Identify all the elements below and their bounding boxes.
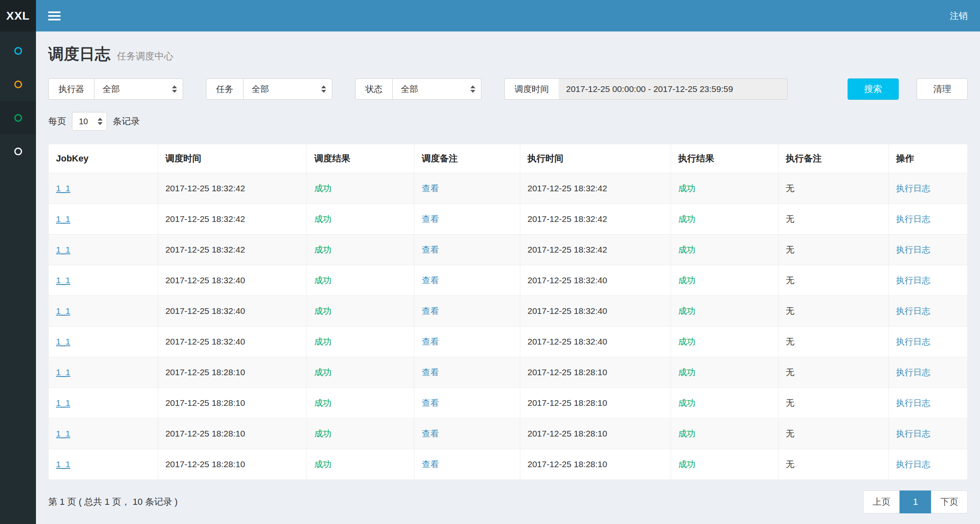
job-select-value: 全部 bbox=[252, 83, 269, 95]
trigger-time-cell: 2017-12-25 18:32:40 bbox=[158, 327, 307, 357]
sidebar-toggle-hamburger-icon[interactable] bbox=[48, 11, 60, 20]
exec-log-link[interactable]: 执行日志 bbox=[896, 367, 931, 377]
table-row: 1_1 2017-12-25 18:28:10 成功 查看 2017-12-25… bbox=[49, 388, 968, 419]
jobkey-cell: 1_1 bbox=[49, 296, 158, 327]
table-footer: 第 1 页 ( 总共 1 页， 10 条记录 ) 上页 1 下页 bbox=[48, 490, 968, 513]
jobkey-cell: 1_1 bbox=[49, 235, 158, 265]
jobkey-link[interactable]: 1_1 bbox=[56, 337, 70, 346]
trigger-time-cell: 2017-12-25 18:32:42 bbox=[158, 173, 307, 204]
trigger-msg-view-link[interactable]: 查看 bbox=[422, 245, 439, 254]
jobkey-link[interactable]: 1_1 bbox=[56, 429, 70, 438]
trigger-msg-view-link[interactable]: 查看 bbox=[422, 306, 439, 316]
trigger-time-cell: 2017-12-25 18:28:10 bbox=[158, 388, 307, 419]
jobkey-cell: 1_1 bbox=[49, 419, 158, 449]
job-manage-circle-icon bbox=[14, 81, 22, 88]
jobkey-link[interactable]: 1_1 bbox=[56, 398, 70, 408]
trigger-result-cell: 成功 bbox=[307, 204, 414, 235]
app-logo[interactable]: XXL bbox=[0, 0, 36, 31]
handle-result-cell: 成功 bbox=[671, 327, 778, 357]
handle-msg-cell: 无 bbox=[778, 235, 888, 265]
pagination-summary: 第 1 页 ( 总共 1 页， 10 条记录 ) bbox=[48, 496, 178, 508]
clear-button[interactable]: 清理 bbox=[917, 78, 968, 100]
handle-msg-cell: 无 bbox=[778, 265, 888, 296]
handle-msg-cell: 无 bbox=[778, 173, 888, 204]
trigger-msg-cell: 查看 bbox=[414, 449, 520, 480]
page-title: 调度日志 bbox=[48, 44, 110, 65]
trigger-msg-view-link[interactable]: 查看 bbox=[422, 398, 439, 408]
trigger-time-cell: 2017-12-25 18:32:42 bbox=[158, 204, 307, 235]
jobkey-link[interactable]: 1_1 bbox=[56, 275, 70, 285]
job-select[interactable]: 全部 bbox=[243, 78, 332, 100]
exec-log-link[interactable]: 执行日志 bbox=[896, 459, 931, 469]
page-size-suffix: 条记录 bbox=[113, 115, 140, 128]
logout-link[interactable]: 注销 bbox=[950, 10, 968, 22]
jobkey-link[interactable]: 1_1 bbox=[56, 184, 70, 193]
log-table: JobKey调度时间调度结果调度备注执行时间执行结果执行备注操作 1_1 201… bbox=[48, 144, 968, 480]
exec-log-link[interactable]: 执行日志 bbox=[896, 398, 931, 408]
column-header[interactable]: 执行备注 bbox=[778, 144, 888, 173]
trigger-msg-view-link[interactable]: 查看 bbox=[422, 214, 439, 224]
action-cell: 执行日志 bbox=[888, 296, 967, 327]
action-cell: 执行日志 bbox=[888, 449, 967, 480]
exec-log-link[interactable]: 执行日志 bbox=[896, 429, 931, 438]
column-header[interactable]: 调度结果 bbox=[307, 144, 414, 173]
sidebar-item-dashboard[interactable] bbox=[0, 34, 36, 67]
trigger-msg-cell: 查看 bbox=[414, 357, 520, 388]
log-table-head-row: JobKey调度时间调度结果调度备注执行时间执行结果执行备注操作 bbox=[49, 144, 968, 173]
exec-log-link[interactable]: 执行日志 bbox=[896, 306, 931, 316]
sidebar-item-job-manage[interactable] bbox=[0, 67, 36, 101]
next-page-button[interactable]: 下页 bbox=[931, 490, 968, 513]
status-select-value: 全部 bbox=[401, 83, 418, 95]
current-page-button[interactable]: 1 bbox=[899, 490, 931, 513]
trigger-time-cell: 2017-12-25 18:28:10 bbox=[158, 449, 307, 480]
jobkey-link[interactable]: 1_1 bbox=[56, 367, 70, 377]
column-header[interactable]: JobKey bbox=[49, 144, 158, 173]
main-layout: 调度日志 任务调度中心 执行器 全部 任务 全部 状态 bbox=[0, 31, 980, 524]
trigger-msg-view-link[interactable]: 查看 bbox=[422, 337, 439, 346]
action-cell: 执行日志 bbox=[888, 327, 967, 357]
jobkey-link[interactable]: 1_1 bbox=[56, 306, 70, 316]
trigger-msg-view-link[interactable]: 查看 bbox=[422, 429, 439, 438]
handle-result-cell: 成功 bbox=[671, 265, 778, 296]
sidebar bbox=[0, 31, 36, 524]
exec-log-link[interactable]: 执行日志 bbox=[896, 245, 931, 254]
trigger-msg-view-link[interactable]: 查看 bbox=[422, 459, 439, 469]
handle-result-cell: 成功 bbox=[671, 296, 778, 327]
trigger-msg-view-link[interactable]: 查看 bbox=[422, 184, 439, 193]
table-row: 1_1 2017-12-25 18:32:40 成功 查看 2017-12-25… bbox=[49, 296, 968, 327]
exec-log-link[interactable]: 执行日志 bbox=[896, 214, 931, 224]
sidebar-item-job-log[interactable] bbox=[0, 101, 36, 134]
trigger-msg-cell: 查看 bbox=[414, 173, 520, 204]
exec-log-link[interactable]: 执行日志 bbox=[896, 184, 931, 193]
column-header[interactable]: 操作 bbox=[888, 144, 967, 173]
trigger-result-cell: 成功 bbox=[307, 419, 414, 449]
handle-result-cell: 成功 bbox=[671, 204, 778, 235]
exec-log-link[interactable]: 执行日志 bbox=[896, 275, 931, 285]
trigger-msg-view-link[interactable]: 查看 bbox=[422, 367, 439, 377]
column-header[interactable]: 调度备注 bbox=[414, 144, 520, 173]
status-select[interactable]: 全部 bbox=[392, 78, 481, 100]
trigger-time-range-input[interactable] bbox=[559, 78, 788, 100]
search-button[interactable]: 搜索 bbox=[848, 78, 899, 100]
column-header[interactable]: 执行结果 bbox=[671, 144, 778, 173]
jobkey-link[interactable]: 1_1 bbox=[56, 245, 70, 254]
jobkey-link[interactable]: 1_1 bbox=[56, 459, 70, 469]
exec-log-link[interactable]: 执行日志 bbox=[896, 337, 931, 346]
executor-select[interactable]: 全部 bbox=[94, 78, 183, 100]
handle-time-cell: 2017-12-25 18:28:10 bbox=[520, 357, 671, 388]
column-header[interactable]: 执行时间 bbox=[520, 144, 671, 173]
page-header: 调度日志 任务调度中心 bbox=[48, 44, 968, 65]
table-row: 1_1 2017-12-25 18:28:10 成功 查看 2017-12-25… bbox=[49, 357, 968, 388]
column-header[interactable]: 调度时间 bbox=[158, 144, 307, 173]
trigger-msg-view-link[interactable]: 查看 bbox=[422, 275, 439, 285]
status-filter-label: 状态 bbox=[355, 78, 392, 100]
prev-page-button[interactable]: 上页 bbox=[863, 490, 900, 513]
action-cell: 执行日志 bbox=[888, 235, 967, 265]
table-row: 1_1 2017-12-25 18:32:42 成功 查看 2017-12-25… bbox=[49, 173, 968, 204]
jobkey-link[interactable]: 1_1 bbox=[56, 214, 70, 224]
content-area: 调度日志 任务调度中心 执行器 全部 任务 全部 状态 bbox=[36, 31, 980, 524]
trigger-msg-cell: 查看 bbox=[414, 235, 520, 265]
trigger-msg-cell: 查看 bbox=[414, 419, 520, 449]
page-size-select[interactable]: 10 bbox=[72, 112, 107, 131]
sidebar-item-executor-manage[interactable] bbox=[0, 134, 36, 168]
